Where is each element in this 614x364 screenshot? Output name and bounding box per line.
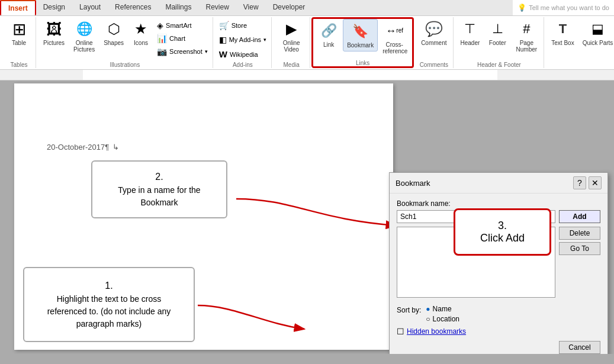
table-button[interactable]: ⊞ Table <box>6 17 32 49</box>
media-items: ▶ Online Video <box>275 17 307 60</box>
dialog-controls: ? ✕ <box>573 176 602 189</box>
dialog-title: Bookmark <box>396 179 430 188</box>
cursor-icon: ↳ <box>112 143 119 152</box>
left-sidebar <box>0 80 8 354</box>
store-icon: 🛒 <box>219 21 229 30</box>
pictures-button[interactable]: 🖼 Pictures <box>40 17 68 49</box>
delete-button[interactable]: Delete <box>559 227 600 240</box>
header-icon: ⊤ <box>461 20 480 38</box>
online-pictures-icon: 🌐 <box>75 20 94 38</box>
textbox-label: Text Box <box>551 40 574 46</box>
ribbon-group-header-footer: ⊤ Header ⊥ Footer # Page Number Header &… <box>455 17 545 68</box>
tab-view[interactable]: View <box>236 0 266 15</box>
bookmark-dialog: Bookmark ? ✕ Bookmark name: Add <box>389 172 608 354</box>
tellme-label: Tell me what you want to do <box>529 4 609 11</box>
callout-2-number: 2. <box>102 170 217 184</box>
online-pictures-button[interactable]: 🌐 Online Pictures <box>69 17 99 55</box>
wikipedia-icon: W <box>219 49 227 59</box>
cross-reference-button[interactable]: ↔ref Cross- reference <box>379 19 410 57</box>
table-icon: ⊞ <box>9 20 28 38</box>
media-group-label: Media <box>284 60 300 68</box>
ribbon-content: ⊞ Table Tables 🖼 Pictures 🌐 Online Pictu… <box>0 16 614 70</box>
hidden-bookmarks-checkbox[interactable]: ☐ <box>397 327 404 336</box>
smartart-button[interactable]: ◈ SmartArt <box>155 20 210 31</box>
comment-label: Comment <box>421 40 446 46</box>
tab-developer[interactable]: Developer <box>266 0 313 15</box>
ribbon-group-addins: 🛒 Store ◧ My Add-ins ▾ W Wikipedia Add-i… <box>214 17 272 68</box>
screenshot-label: Screenshot <box>169 48 202 55</box>
wikipedia-label: Wikipedia <box>230 51 258 58</box>
sort-location-option[interactable]: ○ Location <box>426 315 459 323</box>
link-label: Link <box>323 41 334 48</box>
footer-label: Footer <box>489 40 506 46</box>
page-number-label: Page Number <box>515 40 538 53</box>
icons-icon: ★ <box>131 20 150 38</box>
myaddin-button[interactable]: ◧ My Add-ins ▾ <box>217 34 269 46</box>
bookmark-side-buttons: Delete Go To <box>559 227 600 301</box>
pictures-icon: 🖼 <box>44 20 63 38</box>
callout-1-text: Highlight the text to be cross reference… <box>36 293 182 330</box>
sort-name-option[interactable]: ● Name <box>426 305 459 313</box>
page-number-icon: # <box>517 20 536 38</box>
sort-location-label: Location <box>433 315 459 323</box>
callout-1: 1. Highlight the text to be cross refere… <box>23 267 195 342</box>
sort-section: Sort by: ● Name ○ Location <box>397 305 600 323</box>
screenshot-icon: 📷 <box>157 47 167 56</box>
chart-button[interactable]: 📊 Chart <box>155 33 210 44</box>
cancel-button[interactable]: Cancel <box>559 341 600 354</box>
svg-rect-1 <box>83 70 497 80</box>
myaddin-label: My Add-ins <box>229 36 261 43</box>
dialog-help-button[interactable]: ? <box>573 176 586 189</box>
store-button[interactable]: 🛒 Store <box>217 20 269 31</box>
myaddin-dropdown-icon: ▾ <box>263 37 266 43</box>
ribbon-group-comments: 💬 Comment Comments <box>415 17 453 68</box>
footer-icon: ⊥ <box>488 20 507 38</box>
chart-label: Chart <box>169 35 185 42</box>
dialog-close-button[interactable]: ✕ <box>589 176 602 189</box>
callout-1-number: 1. <box>36 279 182 293</box>
wikipedia-button[interactable]: W Wikipedia <box>217 48 269 60</box>
tab-mailings[interactable]: Mailings <box>158 0 198 15</box>
icons-button[interactable]: ★ Icons <box>128 17 154 49</box>
tab-insert[interactable]: Insert <box>0 0 36 15</box>
shapes-button[interactable]: ⬡ Shapes <box>100 17 127 49</box>
callout-2-text: Type in a name for the Bookmark <box>102 184 217 209</box>
go-to-button[interactable]: Go To <box>559 242 600 255</box>
illus-sub: ◈ SmartArt 📊 Chart 📷 Screenshot ▾ <box>155 17 210 57</box>
header-label: Header <box>461 40 480 46</box>
ribbon-group-links: 🔗 Link 🔖 Bookmark ↔ref Cross- reference … <box>311 17 414 68</box>
tab-review[interactable]: Review <box>198 0 236 15</box>
comments-group-label: Comments <box>420 60 448 68</box>
ribbon-group-tables: ⊞ Table Tables <box>2 17 36 68</box>
tab-layout[interactable]: Layout <box>72 0 108 15</box>
smartart-icon: ◈ <box>157 21 163 30</box>
tab-design[interactable]: Design <box>36 0 72 15</box>
screenshot-button[interactable]: 📷 Screenshot ▾ <box>155 46 210 57</box>
document-area: 20-October-2017¶ ↳ Schedule·1¶ Fixtures·… <box>0 80 614 354</box>
sort-radio-group: ● Name ○ Location <box>426 305 459 323</box>
bookmark-icon: 🔖 <box>351 22 370 41</box>
tellme-box[interactable]: 💡 Tell me what you want to do <box>513 0 614 15</box>
page-number-button[interactable]: # Page Number <box>512 17 541 55</box>
quick-parts-button[interactable]: ⬓ Quick Parts <box>579 17 614 49</box>
header-button[interactable]: ⊤ Header <box>457 17 484 49</box>
footer-button[interactable]: ⊥ Footer <box>484 17 510 49</box>
bookmark-button[interactable]: 🔖 Bookmark <box>343 19 378 51</box>
link-button[interactable]: 🔗 Link <box>316 19 342 50</box>
online-video-label: Online Video <box>279 40 304 53</box>
textbox-button[interactable]: T Text Box <box>548 17 577 49</box>
add-button[interactable]: Add <box>559 210 600 223</box>
ribbon-group-text: T Text Box ⬓ Quick Parts <box>545 17 614 68</box>
tab-references[interactable]: References <box>108 0 158 15</box>
comment-icon: 💬 <box>425 20 443 38</box>
sort-name-label: Name <box>433 305 452 313</box>
radio-name-icon: ● <box>426 305 430 313</box>
comments-items: 💬 Comment <box>417 17 450 60</box>
comment-button[interactable]: 💬 Comment <box>417 17 450 49</box>
online-video-button[interactable]: ▶ Online Video <box>275 17 307 55</box>
hidden-bookmarks-row[interactable]: ☐ Hidden bookmarks <box>397 327 600 336</box>
ruler <box>0 70 614 80</box>
date-text: 20-October-2017¶ ↳ <box>47 143 119 152</box>
chart-icon: 📊 <box>157 34 167 43</box>
screenshot-dropdown-icon: ▾ <box>205 49 208 54</box>
